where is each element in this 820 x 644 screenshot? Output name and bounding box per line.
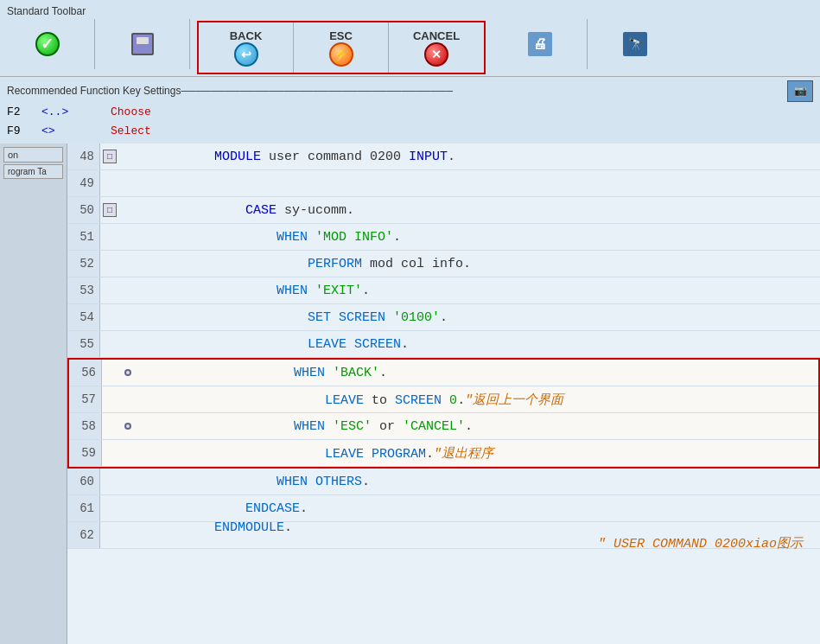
line-num-55: 55 (67, 331, 100, 357)
print-button[interactable]: 🖨 (493, 19, 588, 69)
line-num-57: 57 (69, 386, 102, 412)
cancel-label: CANCEL (413, 29, 460, 42)
esc-label: ESC (329, 29, 353, 42)
funckey-title: Recommended Function Key Settings───────… (7, 85, 453, 97)
f9-code: <> (41, 124, 111, 137)
main-container: Standard Toolbar ✓ BACK ↩ ESC ⚡ CA (0, 0, 820, 644)
editor-area: on rogram Ta 48 □ MODULE user command 02… (0, 143, 820, 644)
line-num-58: 58 (69, 413, 102, 439)
cancel-button[interactable]: CANCEL ✕ (389, 22, 484, 73)
toolbar-label: Standard Toolbar (0, 3, 820, 19)
dot-56 (121, 366, 135, 380)
f9-action: Select (111, 124, 151, 137)
line-num-61: 61 (67, 495, 100, 521)
line-num-56: 56 (69, 360, 102, 386)
line-num-49: 49 (67, 170, 100, 196)
line-num-53: 53 (67, 277, 100, 303)
left-tabs: on rogram Ta (0, 143, 67, 644)
line-num-52: 52 (67, 251, 100, 277)
line-code-62: ENDMODULE. " USER COMMAND 0200xiao图示 (133, 506, 820, 564)
toolbar-area: Standard Toolbar ✓ BACK ↩ ESC ⚡ CA (0, 0, 820, 76)
tab-on[interactable]: on (3, 147, 63, 163)
f2-key: F2 (7, 105, 41, 118)
funckey-row-f9: F9 <> Select (7, 121, 813, 140)
f9-key: F9 (7, 124, 41, 137)
back-label: BACK (230, 29, 263, 42)
funckey-area: Recommended Function Key Settings───────… (0, 76, 820, 143)
save-icon (131, 33, 154, 55)
line-num-48: 48 (67, 143, 100, 169)
cancel-icon: ✕ (424, 42, 448, 67)
code-section: 48 □ MODULE user command 0200 INPUT. 49 … (67, 143, 820, 644)
toggle-50[interactable]: □ (103, 203, 117, 217)
save-button[interactable] (95, 19, 190, 69)
binoculars-icon: 🔭 (623, 32, 647, 56)
toolbar-row: ✓ BACK ↩ ESC ⚡ CANCEL ✕ (0, 19, 820, 76)
line-num-54: 54 (67, 304, 100, 330)
back-icon: ↩ (234, 42, 258, 67)
tab-program[interactable]: rogram Ta (3, 164, 63, 179)
line-num-62: 62 (67, 522, 100, 548)
esc-icon: ⚡ (329, 42, 353, 67)
highlighted-block: 56 WHEN 'BACK'. 57 LEAVE to SCREEN 0."返回… (67, 358, 820, 469)
print-icon: 🖨 (528, 32, 552, 56)
dot-58 (121, 419, 135, 434)
line-num-60: 60 (67, 469, 100, 494)
funckey-row-f2: F2 <..> Choose (7, 102, 813, 121)
watermark: " USER COMMAND 0200xiao图示 (598, 535, 820, 552)
line-code-48: MODULE user command 0200 INPUT. (133, 143, 820, 179)
line-num-59: 59 (69, 440, 102, 466)
funckey-icon: 📷 (787, 80, 813, 102)
code-line-48: 48 □ MODULE user command 0200 INPUT. (67, 143, 820, 170)
check-icon: ✓ (35, 32, 60, 56)
line-num-50: 50 (67, 197, 100, 223)
check-button[interactable]: ✓ (0, 19, 95, 69)
line-num-51: 51 (67, 224, 100, 250)
f2-code: <..> (41, 105, 111, 118)
find-button[interactable]: 🔭 (588, 19, 683, 69)
f2-action: Choose (111, 105, 151, 118)
code-line-62: 62 ENDMODULE. " USER COMMAND 0200xiao图示 (67, 522, 820, 549)
highlighted-toolbar-group: BACK ↩ ESC ⚡ CANCEL ✕ (197, 21, 486, 74)
esc-button[interactable]: ESC ⚡ (294, 22, 389, 73)
toggle-48[interactable]: □ (103, 150, 117, 163)
back-button[interactable]: BACK ↩ (199, 22, 294, 73)
